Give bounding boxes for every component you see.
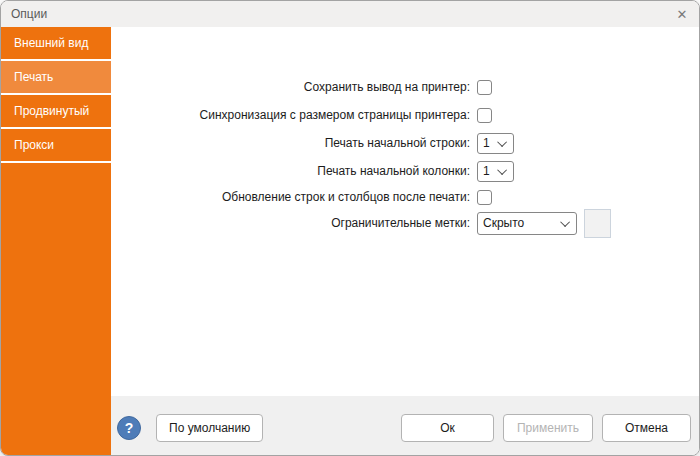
help-icon[interactable]: ? xyxy=(117,416,141,440)
sidebar-item-appearance[interactable]: Внешний вид xyxy=(1,27,111,61)
footer: ? По умолчанию Ок Применить Отмена xyxy=(111,396,699,455)
sidebar-item-advanced[interactable]: Продвинутый xyxy=(1,95,111,129)
sidebar-item-label: Продвинутый xyxy=(14,104,89,118)
row-label: Обновление строк и столбцов после печати… xyxy=(111,190,477,204)
sidebar: Внешний вид Печать Продвинутый Прокси xyxy=(1,27,111,455)
combo-boundary-marks[interactable]: Скрыто xyxy=(477,212,577,235)
row-control xyxy=(477,190,699,205)
form-row: Сохранить вывод на принтер: xyxy=(111,73,699,101)
color-swatch-button[interactable] xyxy=(584,209,611,238)
sidebar-item-proxy[interactable]: Прокси xyxy=(1,129,111,163)
row-control: 1 xyxy=(477,161,699,182)
form-row: Печать начальной колонки: 1 xyxy=(111,157,699,185)
close-icon[interactable]: ✕ xyxy=(665,1,699,27)
row-label: Синхронизация с размером страницы принте… xyxy=(111,108,477,122)
titlebar: Опции ✕ xyxy=(1,1,699,27)
checkbox-save-output-to-printer[interactable] xyxy=(477,80,492,95)
cancel-button[interactable]: Отмена xyxy=(602,414,691,442)
form-row: Синхронизация с размером страницы принте… xyxy=(111,101,699,129)
row-control xyxy=(477,80,699,95)
apply-button: Применить xyxy=(503,414,593,442)
form-row: Ограничительные метки: Скрыто xyxy=(111,209,699,237)
row-control: Скрыто xyxy=(477,209,699,238)
ok-button[interactable]: Ок xyxy=(401,414,494,442)
combo-print-start-row[interactable]: 1 xyxy=(477,133,514,154)
row-label: Печать начальной строки: xyxy=(111,136,477,150)
row-label: Сохранить вывод на принтер: xyxy=(111,80,477,94)
form-row: Обновление строк и столбцов после печати… xyxy=(111,185,699,209)
sidebar-item-label: Печать xyxy=(14,70,53,84)
print-settings-form: Сохранить вывод на принтер: Синхронизаци… xyxy=(111,27,699,396)
row-label: Печать начальной колонки: xyxy=(111,164,477,178)
row-label: Ограничительные метки: xyxy=(111,216,477,230)
dialog-body: Внешний вид Печать Продвинутый Прокси Со… xyxy=(1,27,699,455)
combo-value: Скрыто xyxy=(483,216,563,230)
window-title: Опции xyxy=(11,7,665,21)
row-control: 1 xyxy=(477,133,699,154)
checkbox-update-rows-cols-after-print[interactable] xyxy=(477,190,492,205)
default-button[interactable]: По умолчанию xyxy=(156,414,263,442)
form-row: Печать начальной строки: 1 xyxy=(111,129,699,157)
sidebar-item-label: Внешний вид xyxy=(14,36,88,50)
sidebar-filler xyxy=(1,163,111,455)
combo-print-start-column[interactable]: 1 xyxy=(477,161,514,182)
sidebar-item-print[interactable]: Печать xyxy=(1,61,111,95)
checkbox-sync-printer-page-size[interactable] xyxy=(477,108,492,123)
main-panel: Сохранить вывод на принтер: Синхронизаци… xyxy=(111,27,699,455)
options-dialog: Опции ✕ Внешний вид Печать Продвинутый П… xyxy=(0,0,700,456)
row-control xyxy=(477,108,699,123)
sidebar-item-label: Прокси xyxy=(14,138,54,152)
